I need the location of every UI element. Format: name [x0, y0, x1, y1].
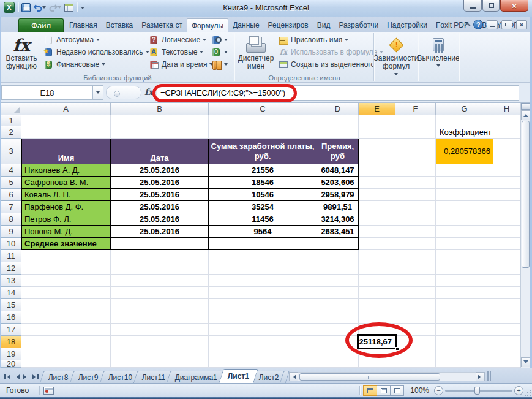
- cell-g3[interactable]: 0,280578366: [436, 139, 493, 164]
- cell-e6[interactable]: [359, 189, 395, 201]
- cell-g4[interactable]: [436, 164, 493, 177]
- customize-qat-icon[interactable]: [80, 4, 84, 11]
- cell-c17[interactable]: [209, 324, 317, 336]
- cell-b18[interactable]: [111, 336, 209, 348]
- cell-c14[interactable]: [209, 287, 317, 299]
- view-page-break-button[interactable]: [390, 385, 404, 396]
- cell-b12[interactable]: [111, 262, 209, 275]
- horizontal-scroll-track[interactable]: [298, 372, 476, 381]
- cell-f3[interactable]: [395, 139, 436, 164]
- cell-d9[interactable]: 2683,451: [317, 226, 359, 238]
- row-header-9[interactable]: 9: [1, 226, 21, 238]
- row-header-8[interactable]: 8: [1, 213, 21, 226]
- cell-f7[interactable]: [395, 201, 436, 213]
- cell-c2[interactable]: [209, 126, 317, 139]
- cell-e8[interactable]: [359, 213, 395, 226]
- cell-e13[interactable]: [359, 275, 395, 287]
- cell-a6[interactable]: Коваль Л. П.: [21, 189, 111, 201]
- cell-g18[interactable]: [436, 336, 493, 348]
- cell-a7[interactable]: Парфенов Д. Ф.: [21, 201, 111, 213]
- cell-h16[interactable]: [493, 311, 520, 324]
- fill-handle[interactable]: [395, 347, 399, 351]
- cell-a4[interactable]: Николаев А. Д.: [21, 164, 111, 177]
- cell-a5[interactable]: Сафронова В. М.: [21, 177, 111, 189]
- cell-f16[interactable]: [395, 311, 436, 324]
- ribbon-button-financial[interactable]: Финансовые: [42, 58, 151, 70]
- cell-e10[interactable]: [359, 238, 395, 250]
- cell-a20[interactable]: [21, 360, 111, 368]
- cell-f4[interactable]: [395, 164, 436, 177]
- cell-c4[interactable]: 21556: [209, 164, 317, 177]
- row-header-20[interactable]: 20: [1, 360, 21, 368]
- cell-e16[interactable]: [359, 311, 395, 324]
- sheet-tab-chart1[interactable]: Диаграмма1: [167, 371, 227, 383]
- zoom-thumb[interactable]: [474, 387, 480, 395]
- cell-f14[interactable]: [395, 287, 436, 299]
- cell-f2[interactable]: [395, 126, 436, 139]
- row-header-11[interactable]: 11: [1, 250, 21, 262]
- cell-c18[interactable]: [209, 336, 317, 348]
- cell-f5[interactable]: [395, 177, 436, 189]
- insert-function-button[interactable]: fx Вставить функцию: [2, 33, 40, 71]
- workbook-minimize-button[interactable]: [487, 20, 498, 29]
- cell-d13[interactable]: [317, 275, 359, 287]
- cell-f13[interactable]: [395, 275, 436, 287]
- table-tool-icon[interactable]: [64, 4, 73, 12]
- cell-a12[interactable]: [21, 262, 111, 275]
- ribbon-tab-data[interactable]: Данные: [228, 18, 263, 32]
- split-handle[interactable]: [521, 103, 531, 110]
- cell-f1[interactable]: [395, 115, 436, 126]
- cell-h3[interactable]: [493, 139, 520, 164]
- ribbon-button-define-name[interactable]: Присвоить имя: [277, 34, 385, 46]
- workbook-close-button[interactable]: ×: [516, 20, 527, 29]
- view-page-layout-button[interactable]: [377, 385, 391, 396]
- cell-a18[interactable]: [21, 336, 111, 348]
- calculation-button[interactable]: Вычисление: [419, 33, 458, 69]
- cell-d19[interactable]: [317, 348, 359, 360]
- row-header-2[interactable]: 2: [1, 126, 21, 139]
- cell-g15[interactable]: [436, 299, 493, 311]
- cell-f18[interactable]: [395, 336, 436, 348]
- cell-c9[interactable]: 9564: [209, 226, 317, 238]
- cell-e4[interactable]: [359, 164, 395, 177]
- close-button[interactable]: ×: [500, 0, 528, 12]
- row-header-18[interactable]: 18: [1, 336, 21, 348]
- row-header-15[interactable]: 15: [1, 299, 21, 311]
- row-header-17[interactable]: 17: [1, 324, 21, 336]
- cell-d18[interactable]: [317, 336, 359, 348]
- horizontal-scrollbar[interactable]: [289, 372, 485, 381]
- formula-auditing-button[interactable]: Зависимости формул: [375, 33, 418, 77]
- column-header-c[interactable]: C: [209, 103, 317, 115]
- maximize-button[interactable]: [482, 0, 500, 12]
- cell-d10[interactable]: [317, 238, 359, 250]
- cell-f15[interactable]: [395, 299, 436, 311]
- ribbon-button-text[interactable]: Текстовые: [147, 46, 215, 58]
- ribbon-button-recently-used[interactable]: Недавно использовались: [42, 46, 151, 58]
- cell-e17[interactable]: [359, 324, 395, 336]
- ribbon-tab-formulas[interactable]: Формулы: [187, 18, 228, 32]
- cell-d8[interactable]: 3214,306: [317, 213, 359, 226]
- cell-h8[interactable]: [493, 213, 520, 226]
- zoom-track[interactable]: [445, 390, 512, 392]
- zoom-in-button[interactable]: +: [514, 386, 523, 395]
- cell-a15[interactable]: [21, 299, 111, 311]
- undo-button[interactable]: [34, 3, 46, 12]
- vertical-scroll-thumb[interactable]: [522, 121, 530, 268]
- cell-b6[interactable]: 25.05.2016: [111, 189, 209, 201]
- cell-f8[interactable]: [395, 213, 436, 226]
- cell-e20[interactable]: [359, 360, 395, 368]
- row-header-16[interactable]: 16: [1, 311, 21, 324]
- ribbon-tab-insert[interactable]: Вставка: [102, 18, 138, 32]
- row-header-13[interactable]: 13: [1, 275, 21, 287]
- cell-c6[interactable]: 10546: [209, 189, 317, 201]
- ribbon-button-lookup-reference[interactable]: [209, 34, 230, 46]
- cell-h10[interactable]: [493, 238, 520, 250]
- cell-b3[interactable]: Дата: [111, 139, 209, 164]
- redo-button[interactable]: [49, 3, 61, 12]
- sheet-tab-sheet1[interactable]: Лист1: [219, 369, 258, 383]
- cell-g16[interactable]: [436, 311, 493, 324]
- cell-a13[interactable]: [21, 275, 111, 287]
- row-header-7[interactable]: 7: [1, 201, 21, 213]
- cell-h19[interactable]: [493, 348, 520, 360]
- cell-b4[interactable]: 25.05.2016: [111, 164, 209, 177]
